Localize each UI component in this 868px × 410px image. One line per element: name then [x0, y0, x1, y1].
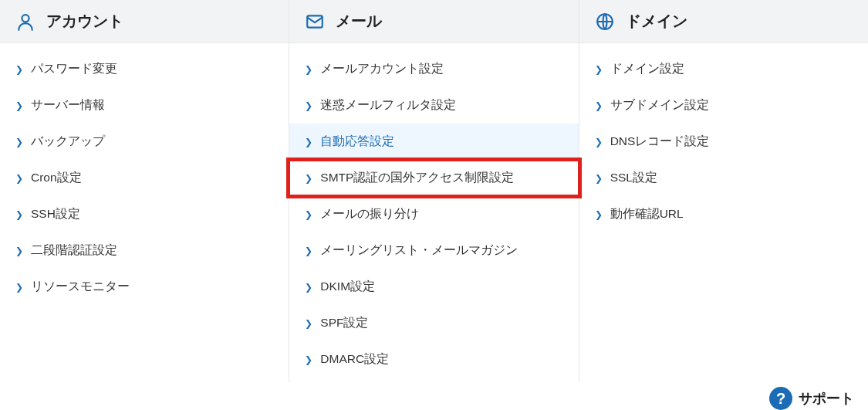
panel-header-account: アカウント: [0, 0, 289, 43]
control-panel-columns: アカウント❯パスワード変更❯サーバー情報❯バックアップ❯Cron設定❯SSH設定…: [0, 0, 868, 382]
svg-point-0: [22, 15, 29, 22]
menu-item-label: パスワード変更: [31, 61, 117, 77]
chevron-right-icon: ❯: [595, 65, 603, 74]
panel-title: メール: [336, 11, 382, 32]
menu-item[interactable]: ❯二段階認証設定: [0, 232, 289, 269]
menu-item-label: 自動応答設定: [320, 134, 394, 150]
chevron-right-icon: ❯: [595, 101, 603, 110]
menu-item[interactable]: ❯パスワード変更: [0, 51, 289, 87]
mail-icon: [305, 12, 325, 32]
menu-item-label: 二段階認証設定: [31, 242, 117, 259]
panel-title: アカウント: [46, 11, 123, 32]
menu-item[interactable]: ❯リソースモニター: [0, 269, 289, 305]
menu-item[interactable]: ❯SPF設定: [289, 305, 578, 341]
menu-item-label: SSH設定: [31, 206, 80, 222]
menu-list-account: ❯パスワード変更❯サーバー情報❯バックアップ❯Cron設定❯SSH設定❯二段階認…: [0, 43, 289, 310]
menu-item[interactable]: ❯バックアップ: [0, 124, 289, 160]
menu-item-label: リソースモニター: [31, 279, 130, 295]
menu-item-label: 迷惑メールフィルタ設定: [320, 97, 456, 114]
chevron-right-icon: ❯: [305, 246, 312, 256]
menu-list-domain: ❯ドメイン設定❯サブドメイン設定❯DNSレコード設定❯SSL設定❯動作確認URL: [579, 43, 868, 237]
menu-item-label: 動作確認URL: [610, 206, 684, 222]
chevron-right-icon: ❯: [15, 174, 23, 183]
menu-item[interactable]: ❯サーバー情報: [0, 87, 289, 124]
chevron-right-icon: ❯: [595, 210, 603, 219]
menu-item[interactable]: ❯SMTP認証の国外アクセス制限設定: [289, 160, 578, 196]
chevron-right-icon: ❯: [305, 137, 312, 147]
chevron-right-icon: ❯: [305, 210, 312, 219]
menu-item-label: DNSレコード設定: [610, 134, 710, 150]
menu-item-label: Cron設定: [31, 170, 82, 186]
menu-item[interactable]: ❯SSL設定: [579, 160, 868, 196]
menu-item[interactable]: ❯サブドメイン設定: [579, 87, 868, 124]
menu-item-label: ドメイン設定: [610, 61, 684, 77]
chevron-right-icon: ❯: [15, 65, 23, 74]
panel-header-mail: メール: [289, 0, 578, 43]
menu-item[interactable]: ❯迷惑メールフィルタ設定: [289, 87, 578, 124]
chevron-right-icon: ❯: [595, 137, 603, 147]
user-icon: [15, 12, 35, 32]
chevron-right-icon: ❯: [305, 65, 312, 74]
globe-icon: [595, 12, 615, 32]
menu-item-label: SPF設定: [320, 315, 368, 331]
menu-item-label: サブドメイン設定: [610, 97, 709, 114]
menu-item-label: SSL設定: [610, 170, 657, 186]
menu-item[interactable]: ❯DKIM設定: [289, 269, 578, 305]
menu-item-label: メーリングリスト・メールマガジン: [320, 242, 518, 259]
chevron-right-icon: ❯: [15, 210, 23, 219]
menu-item[interactable]: ❯DMARC設定: [289, 341, 578, 378]
menu-item-label: SMTP認証の国外アクセス制限設定: [320, 170, 514, 186]
menu-item-label: メールの振り分け: [320, 206, 419, 222]
menu-item[interactable]: ❯動作確認URL: [579, 196, 868, 232]
menu-item[interactable]: ❯Cron設定: [0, 160, 289, 196]
panel-account: アカウント❯パスワード変更❯サーバー情報❯バックアップ❯Cron設定❯SSH設定…: [0, 0, 289, 382]
menu-item[interactable]: ❯ドメイン設定: [579, 51, 868, 87]
chevron-right-icon: ❯: [305, 319, 312, 328]
menu-item-label: サーバー情報: [31, 97, 105, 114]
menu-item-label: DMARC設定: [320, 351, 389, 368]
menu-item[interactable]: ❯SSH設定: [0, 196, 289, 232]
panel-title: ドメイン: [626, 11, 687, 32]
menu-item[interactable]: ❯メールアカウント設定: [289, 51, 578, 87]
chevron-right-icon: ❯: [595, 174, 603, 183]
chevron-right-icon: ❯: [15, 137, 23, 147]
menu-item[interactable]: ❯自動応答設定: [289, 124, 578, 160]
menu-item[interactable]: ❯DNSレコード設定: [579, 124, 868, 160]
chevron-right-icon: ❯: [15, 101, 23, 110]
menu-item-label: DKIM設定: [320, 279, 375, 295]
menu-list-mail: ❯メールアカウント設定❯迷惑メールフィルタ設定❯自動応答設定❯SMTP認証の国外…: [289, 43, 578, 382]
chevron-right-icon: ❯: [305, 355, 312, 364]
panel-domain: ドメイン❯ドメイン設定❯サブドメイン設定❯DNSレコード設定❯SSL設定❯動作確…: [579, 0, 868, 382]
panel-mail: メール❯メールアカウント設定❯迷惑メールフィルタ設定❯自動応答設定❯SMTP認証…: [289, 0, 578, 382]
menu-item-label: メールアカウント設定: [320, 61, 444, 77]
chevron-right-icon: ❯: [15, 246, 23, 256]
chevron-right-icon: ❯: [305, 283, 312, 292]
chevron-right-icon: ❯: [305, 174, 312, 183]
panel-header-domain: ドメイン: [579, 0, 868, 43]
menu-item[interactable]: ❯メールの振り分け: [289, 196, 578, 232]
menu-item-label: バックアップ: [31, 134, 105, 150]
menu-item[interactable]: ❯メーリングリスト・メールマガジン: [289, 232, 578, 269]
chevron-right-icon: ❯: [15, 283, 23, 292]
chevron-right-icon: ❯: [305, 101, 312, 110]
